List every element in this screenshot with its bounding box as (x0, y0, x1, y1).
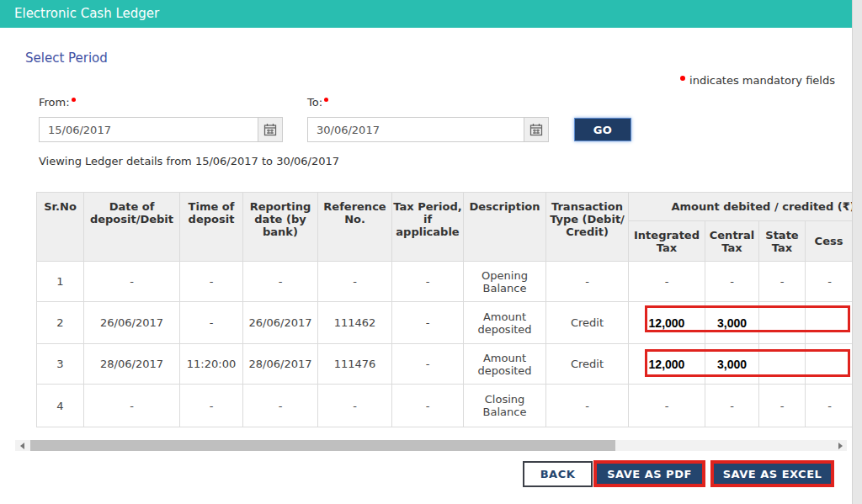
table-row: 1-----Opening Balance----- (37, 262, 853, 302)
table-cell: - (180, 302, 243, 344)
from-label: From: (39, 96, 76, 109)
table-cell: - (546, 262, 629, 302)
col-header-time-of-deposit: Time of deposit (180, 193, 243, 262)
horizontal-scrollbar-thumb[interactable] (30, 440, 615, 451)
to-date-input[interactable] (307, 117, 524, 142)
mandatory-note-text: indicates mandatory fields (689, 74, 835, 87)
table-cell: Amount deposited (464, 344, 546, 385)
col-header-tax-period: Tax Period, if applicable (392, 193, 464, 262)
annotation-box-save-excel: SAVE AS EXCEL (710, 460, 834, 487)
col-header-cess: Cess (806, 221, 853, 262)
electronic-cash-ledger-page: Electronic Cash Ledger Select Period ind… (0, 0, 862, 504)
col-header-date-of-deposit: Date of deposit/Debit (84, 193, 180, 262)
scroll-right-arrow-icon[interactable] (833, 440, 847, 451)
col-header-integrated-tax: Integrated Tax (629, 221, 705, 262)
table-cell: - (392, 344, 464, 385)
table-cell (806, 344, 853, 385)
mandatory-dot-icon (680, 76, 685, 81)
table-cell: Closing Balance (464, 385, 546, 427)
horizontal-scrollbar[interactable] (15, 440, 847, 451)
table-cell: 28/06/2017 (84, 344, 180, 385)
table-cell: - (392, 385, 464, 427)
table-cell: - (318, 385, 392, 427)
save-as-excel-button[interactable]: SAVE AS EXCEL (714, 464, 831, 484)
table-cell: - (392, 302, 464, 344)
table-cell: - (84, 262, 180, 302)
table-row: 226/06/2017-26/06/2017111462-Amount depo… (37, 302, 853, 344)
save-as-pdf-button[interactable]: SAVE AS PDF (597, 464, 702, 484)
table-row: 328/06/201711:20:0028/06/2017111476-Amou… (37, 344, 853, 385)
from-calendar-button[interactable] (258, 117, 283, 142)
required-dot-icon (72, 98, 76, 102)
table-cell: 28/06/2017 (243, 344, 318, 385)
from-date-input[interactable] (39, 117, 258, 142)
table-cell: 12,000 (629, 302, 705, 344)
table-cell: 2 (37, 302, 84, 344)
table-cell: 111462 (318, 302, 392, 344)
table-cell: Amount deposited (464, 302, 546, 344)
back-button[interactable]: BACK (523, 461, 593, 487)
table-cell: - (243, 385, 318, 427)
table-cell: 1 (37, 262, 84, 302)
ledger-table-body: 1-----Opening Balance-----226/06/2017-26… (37, 262, 853, 427)
table-cell: Credit (546, 344, 629, 385)
page-header: Electronic Cash Ledger (0, 0, 862, 28)
page-title: Electronic Cash Ledger (14, 0, 159, 28)
table-cell: 3,000 (705, 344, 759, 385)
go-button[interactable]: GO (574, 118, 631, 141)
table-cell: - (705, 385, 759, 427)
required-dot-icon (324, 98, 328, 102)
table-cell: - (318, 262, 392, 302)
table-cell: - (806, 385, 853, 427)
col-header-central-tax: Central Tax (705, 221, 759, 262)
table-cell: - (243, 262, 318, 302)
table-cell: - (806, 262, 853, 302)
table-cell: 3,000 (705, 302, 759, 344)
section-title: Select Period (25, 50, 108, 66)
scroll-left-arrow-icon[interactable] (15, 440, 29, 451)
col-header-state-tax: State Tax (759, 221, 806, 262)
table-cell: - (759, 385, 806, 427)
calendar-icon (529, 123, 543, 136)
table-header: Sr.No Date of deposit/Debit Time of depo… (37, 193, 853, 262)
table-cell: - (180, 385, 243, 427)
ledger-table: Sr.No Date of deposit/Debit Time of depo… (36, 192, 852, 427)
table-cell (806, 302, 853, 344)
col-group-amount: Amount debited / credited (₹) (629, 193, 853, 221)
annotation-box-save-pdf: SAVE AS PDF (593, 460, 705, 487)
table-row: 4-----Closing Balance----- (37, 385, 853, 427)
table-cell (759, 344, 806, 385)
col-header-reporting-date: Reporting date (by bank) (243, 193, 318, 262)
vertical-scrollbar[interactable] (852, 0, 862, 504)
table-cell: 3 (37, 344, 84, 385)
table-cell: 4 (37, 385, 84, 427)
table-cell: - (392, 262, 464, 302)
to-label: To: (307, 96, 328, 109)
table-cell: 111476 (318, 344, 392, 385)
table-cell: - (629, 385, 705, 427)
table-cell (759, 302, 806, 344)
table-cell: - (546, 385, 629, 427)
table-cell: - (629, 262, 705, 302)
calendar-icon (263, 123, 277, 136)
col-header-description: Description (464, 193, 546, 262)
ledger-table-viewport: Sr.No Date of deposit/Debit Time of depo… (36, 192, 852, 427)
from-date-group (39, 117, 283, 142)
table-cell: - (180, 262, 243, 302)
col-header-transaction-type: Transaction Type (Debit/ Credit) (546, 193, 629, 262)
table-cell: 11:20:00 (180, 344, 243, 385)
table-cell: 26/06/2017 (243, 302, 318, 344)
to-date-group (307, 117, 549, 142)
table-cell: 12,000 (629, 344, 705, 385)
table-cell: - (705, 262, 759, 302)
table-cell: - (84, 385, 180, 427)
to-calendar-button[interactable] (524, 117, 549, 142)
mandatory-note: indicates mandatory fields (680, 74, 835, 87)
table-cell: Opening Balance (464, 262, 546, 302)
table-cell: - (759, 262, 806, 302)
col-header-srno: Sr.No (37, 193, 84, 262)
col-header-reference-no: Reference No. (318, 193, 392, 262)
table-cell: Credit (546, 302, 629, 344)
table-cell: 26/06/2017 (84, 302, 180, 344)
viewing-ledger-text: Viewing Ledger details from 15/06/2017 t… (39, 155, 339, 167)
